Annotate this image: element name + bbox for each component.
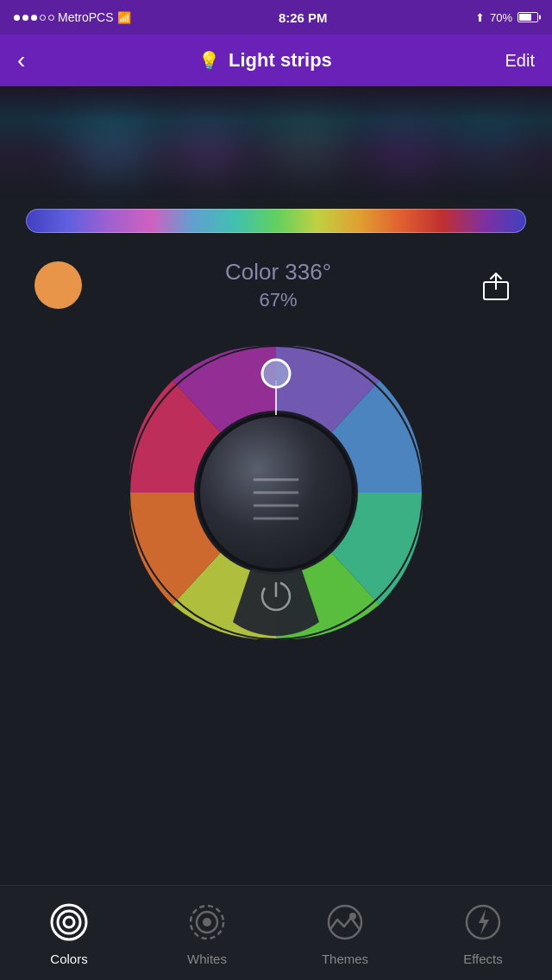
themes-icon [325, 902, 365, 942]
svg-point-15 [64, 917, 74, 927]
back-button[interactable]: ‹ [17, 48, 25, 72]
effects-icon [463, 902, 503, 942]
location-icon: ⬆ [475, 11, 485, 24]
status-bar: MetroPCS 📶 8:26 PM ⬆ 70% [0, 0, 552, 35]
color-slider[interactable] [26, 209, 526, 233]
dot-2 [22, 15, 28, 21]
svg-point-14 [58, 911, 80, 933]
carrier-label: MetroPCS [58, 10, 114, 24]
tab-themes[interactable]: Themes [276, 891, 414, 975]
colors-icon-wrap [47, 900, 91, 945]
light-glow [0, 86, 552, 198]
dot-1 [14, 15, 20, 21]
whites-icon-wrap [185, 900, 229, 945]
share-button[interactable] [474, 264, 518, 307]
wheel-wrapper[interactable] [112, 329, 440, 656]
tab-whites[interactable]: Whites [138, 891, 276, 975]
tab-effects-label: Effects [463, 952, 503, 966]
color-wheel-svg[interactable] [112, 329, 440, 656]
color-text: Color 336° 67% [225, 259, 331, 311]
tab-effects[interactable]: Effects [414, 891, 552, 975]
dot-5 [48, 15, 54, 21]
status-right: ⬆ 70% [475, 11, 538, 24]
tab-themes-label: Themes [322, 952, 368, 966]
battery-fill [519, 14, 531, 21]
bulb-icon: 💡 [198, 50, 220, 71]
tab-bar: Colors Whites The [0, 885, 552, 980]
share-icon [480, 270, 511, 301]
signal-dots [14, 15, 54, 21]
color-slider-container[interactable] [0, 209, 552, 233]
svg-point-19 [329, 906, 361, 939]
svg-point-18 [203, 918, 211, 927]
status-left: MetroPCS 📶 [14, 10, 131, 24]
tab-colors[interactable]: Colors [0, 891, 138, 975]
light-preview [0, 86, 552, 242]
dot-4 [40, 15, 46, 21]
effects-icon-wrap [461, 900, 505, 945]
battery-percent: 70% [490, 11, 512, 24]
clock: 8:26 PM [279, 10, 328, 25]
svg-marker-23 [479, 909, 489, 935]
wifi-icon: 📶 [117, 11, 131, 24]
svg-point-12 [262, 360, 290, 387]
whites-icon [187, 902, 227, 942]
edit-button[interactable]: Edit [505, 51, 535, 71]
colors-icon [49, 902, 89, 942]
color-wheel-container[interactable] [0, 329, 552, 656]
color-angle: Color 336° [225, 259, 331, 286]
dot-3 [31, 15, 37, 21]
color-brightness: 67% [225, 289, 331, 311]
color-swatch [34, 261, 82, 309]
color-info: Color 336° 67% [0, 242, 552, 329]
battery-icon [518, 12, 538, 22]
header: ‹ 💡 Light strips Edit [0, 35, 552, 86]
tab-colors-label: Colors [50, 952, 87, 966]
header-title: 💡 Light strips [198, 49, 332, 72]
tab-whites-label: Whites [187, 952, 227, 966]
page-title: Light strips [229, 49, 332, 72]
themes-icon-wrap [323, 900, 367, 945]
